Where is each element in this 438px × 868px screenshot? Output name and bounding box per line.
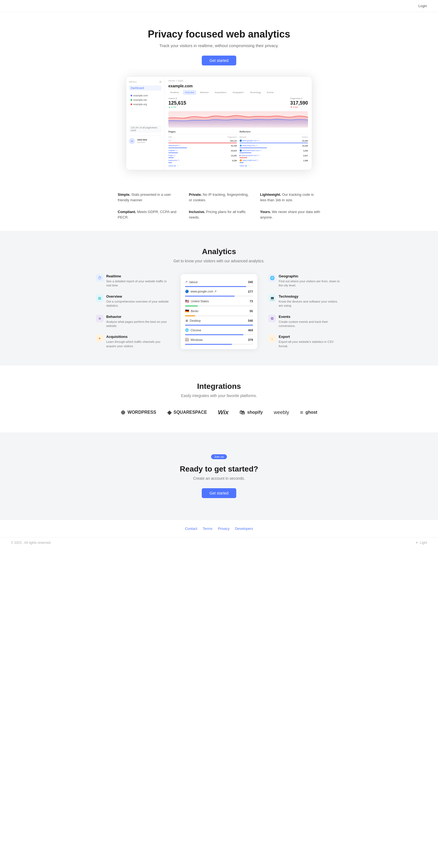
feature-technology: 💻 Technology Know the devices and softwa… [268, 294, 342, 308]
sidebar-site-3[interactable]: example.org [129, 102, 161, 106]
card-row-berlin: 🇩🇪 Berlin 55 [185, 308, 253, 315]
acquisitions-desc: Learn through which traffic channels you… [106, 340, 170, 348]
acquisitions-icon: ✦ [96, 335, 103, 342]
hero-section: Privacy focused web analytics Track your… [0, 12, 438, 76]
analytics-title: Analytics [11, 247, 427, 256]
analytics-layout: ⏱ Realtime See a detailed report of your… [96, 274, 342, 349]
export-desc: Export all your website's statistics in … [279, 340, 342, 348]
dashboard-sidebar: MENU ⚙ Dashboard example.com example.net [126, 77, 164, 170]
stat-visitors: Visitors ℹ 125,615 ▲ 4.7% [168, 97, 186, 108]
navigation: Login [0, 0, 438, 12]
technology-icon: 💻 [268, 294, 276, 302]
feature-acquisitions: ✦ Acquisitions Learn through which traff… [96, 335, 170, 348]
integrations-subtitle: Easily integrates with your favorite pla… [11, 394, 427, 398]
dashboard-preview: MENU ⚙ Dashboard example.com example.net [0, 76, 438, 181]
berlin-bar [185, 315, 195, 316]
pages-table: Pages URL Pageviews / ☐ 199,133 /dashboa… [168, 130, 237, 167]
acquisitions-title: Acquisitions [106, 335, 170, 339]
google-label: www.google.com ↗ [191, 290, 217, 293]
hero-cta-button[interactable]: Get started [202, 56, 236, 65]
tab-events[interactable]: Events [265, 90, 275, 94]
shopify-label: shopify [247, 410, 263, 415]
site-dot-2 [131, 99, 132, 101]
realtime-icon: ⏱ [96, 274, 103, 282]
technology-title: Technology [279, 294, 342, 299]
footer-copyright: © 2023 . All rights reserved. [11, 541, 52, 545]
pages-view-all[interactable]: View all → [168, 164, 237, 167]
events-icon: ⚙ [268, 315, 276, 322]
tab-technology[interactable]: Technology [248, 90, 263, 94]
export-icon: ↓ [268, 335, 276, 342]
dashboard-breadcrumb: Home > Stats [168, 80, 308, 82]
weebly-label: weebly [274, 410, 289, 415]
windows-bar [185, 344, 232, 345]
export-title: Export [279, 335, 342, 339]
feature-inclusive: Inclusive. Pricing plans for all traffic… [189, 209, 249, 220]
footer-theme-toggle[interactable]: ☀ Light [415, 541, 427, 545]
hero-title: Privacy focused web analytics [5, 29, 433, 40]
google-icon: 🔵 [185, 290, 189, 293]
behavior-desc: Analyze what pages perform the best on y… [106, 320, 170, 328]
overview-icon: ⊞ [96, 294, 103, 302]
integration-weebly: weebly [274, 410, 289, 415]
dashboard-tabs: Realtime Overview Behavior Acquisitions … [168, 90, 308, 94]
integration-squarespace: ◈ SQUARESPACE [167, 409, 207, 416]
feature-behavior: ≡ Behavior Analyze what pages perform th… [96, 315, 170, 328]
tab-behavior[interactable]: Behavior [198, 90, 211, 94]
overview-title: Overview [106, 294, 170, 299]
behavior-icon: ≡ [96, 315, 103, 322]
shopify-icon: 🛍 [240, 409, 245, 416]
integrations-section: Integrations Easily integrates with your… [0, 366, 438, 432]
footer-link-terms[interactable]: Terms [203, 527, 212, 531]
berlin-flag: 🇩🇪 [185, 309, 189, 313]
table-row: /awesome ☐ 9,258 [168, 159, 237, 162]
chrome-value: 469 [248, 329, 253, 332]
ghost-label: ghost [306, 410, 317, 415]
sidebar-sites-list: example.com example.net example.org [129, 93, 161, 106]
technology-desc: Know the devices and software your visit… [279, 300, 342, 308]
feature-yours: Yours. We never share your data with any… [260, 209, 320, 220]
google-bar [185, 296, 234, 297]
table-row: / ☐ 199,133 [168, 139, 237, 143]
sidebar-site-2[interactable]: example.net [129, 98, 161, 102]
site-dot-1 [131, 95, 132, 96]
overview-desc: Get a comprehensive overview of your web… [106, 300, 170, 308]
sidebar-site-1[interactable]: example.com [129, 93, 161, 98]
sidebar-stat: 126.3% of all pageviews used [129, 125, 161, 133]
wordpress-icon: ⊕ [121, 409, 125, 416]
table-row: 🔷 www.bing.com ☐ 10,328 [240, 144, 308, 148]
events-title: Events [279, 315, 342, 319]
user-info: John Doe Account [137, 138, 147, 144]
sidebar-nav-dashboard[interactable]: Dashboard [129, 86, 161, 91]
table-row: /dashboard ☐ 53,789 [168, 144, 237, 148]
about-link-icon: ↗ [185, 280, 188, 284]
user-avatar: JD [129, 138, 135, 144]
berlin-value: 55 [250, 309, 253, 313]
windows-label: Windows [191, 338, 203, 341]
cta-get-started-button[interactable]: Get started [202, 488, 236, 498]
squarespace-icon: ◈ [167, 409, 171, 416]
tab-overview[interactable]: Overview [183, 90, 196, 94]
events-desc: Create custom events and track their con… [279, 320, 342, 328]
theme-icon: ☀ [415, 541, 418, 545]
analytics-section: Analytics Get to know your visitors with… [0, 231, 438, 366]
table-row: 🟠 www.reddit.com ☐ 1,588 [240, 159, 308, 162]
tab-geographic[interactable]: Geographic [230, 90, 246, 94]
us-value: 73 [250, 300, 253, 303]
dashboard-domain: example.com [168, 84, 308, 88]
feature-overview: ⊞ Overview Get a comprehensive overview … [96, 294, 170, 308]
cta-section: Join us Ready to get started? Create an … [0, 432, 438, 520]
footer-link-privacy[interactable]: Privacy [218, 527, 230, 531]
geographic-title: Geographic [279, 274, 342, 278]
windows-icon: 🪟 [185, 338, 189, 341]
referrers-view-all[interactable]: View all → [240, 164, 308, 167]
analytics-subtitle: Get to know your visitors with our advan… [11, 259, 427, 263]
tab-acquisitions[interactable]: Acquisitions [213, 90, 228, 94]
us-label: United States [191, 300, 209, 303]
footer-link-developers[interactable]: Developers [235, 527, 253, 531]
footer-link-contact[interactable]: Contact [185, 527, 197, 531]
chrome-icon: 🌐 [185, 328, 189, 332]
ghost-icon: ≡ [300, 409, 303, 416]
tab-realtime[interactable]: Realtime [168, 90, 181, 94]
login-link[interactable]: Login [418, 4, 427, 8]
